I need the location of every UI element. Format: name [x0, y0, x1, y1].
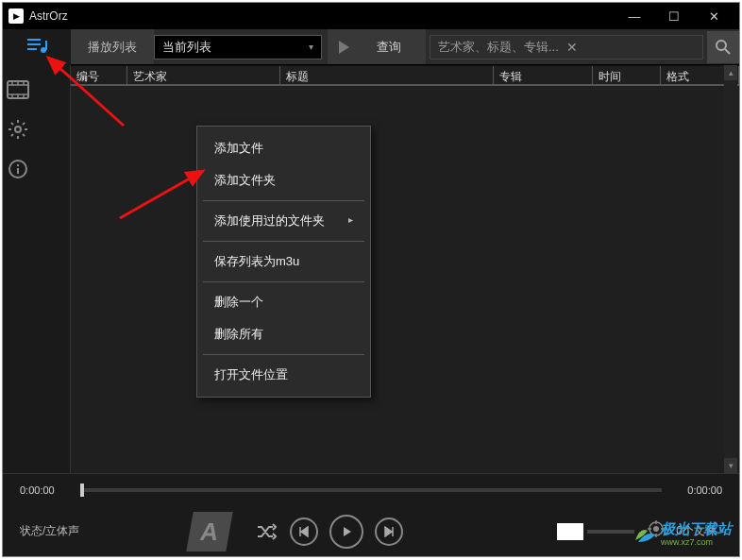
- playlist-icon[interactable]: [22, 32, 52, 62]
- video-icon[interactable]: [3, 75, 33, 105]
- query-button[interactable]: 查询: [356, 39, 422, 56]
- info-icon[interactable]: [3, 154, 33, 184]
- scroll-track[interactable]: [724, 80, 737, 458]
- time-elapsed: 0:00:00: [20, 484, 71, 496]
- player-bar: 0:00:00 0:00:00 状态/立体声 A: [3, 473, 739, 556]
- maximize-button[interactable]: ☐: [654, 3, 694, 29]
- menu-separator: [203, 241, 364, 242]
- volume-slider[interactable]: [587, 530, 634, 534]
- menu-add-folder[interactable]: 添加文件夹: [197, 164, 370, 196]
- col-title[interactable]: 标题: [280, 66, 494, 86]
- play-button[interactable]: [331, 35, 356, 59]
- search-button[interactable]: [707, 31, 739, 63]
- volume-indicator: [557, 523, 583, 540]
- playlist-dropdown[interactable]: 当前列表: [154, 35, 322, 59]
- app-window: AstrOrz — ☐ ✕ 播放列表 当前列表 查询 艺术家、标题、专辑...: [2, 2, 740, 557]
- menu-add-used-folder[interactable]: 添加使用过的文件夹: [197, 205, 370, 237]
- main-area: 编号 艺术家 标题 专辑 时间 格式: [3, 65, 739, 473]
- app-title: AstrOrz: [29, 9, 615, 23]
- menu-separator: [203, 200, 364, 201]
- menu-open-location[interactable]: 打开文件位置: [197, 359, 370, 391]
- menu-delete-one[interactable]: 删除一个: [197, 286, 370, 318]
- minimize-button[interactable]: —: [615, 3, 654, 29]
- menu-separator: [203, 354, 364, 355]
- search-placeholder: 艺术家、标题、专辑...: [438, 39, 566, 56]
- app-icon: [8, 8, 24, 24]
- settings-icon[interactable]: [3, 114, 33, 144]
- time-total: 0:00:00: [671, 484, 722, 496]
- dropdown-value: 当前列表: [162, 39, 211, 56]
- close-button[interactable]: ✕: [694, 3, 734, 29]
- col-number[interactable]: 编号: [71, 66, 127, 86]
- previous-button[interactable]: [290, 518, 318, 546]
- svg-point-5: [17, 164, 19, 166]
- svg-point-3: [15, 127, 21, 132]
- playlist-label: 播放列表: [71, 29, 154, 64]
- logo-badge: A: [186, 512, 232, 552]
- menu-delete-all[interactable]: 删除所有: [197, 318, 370, 350]
- scroll-up-icon[interactable]: ▴: [724, 65, 737, 80]
- titlebar: AstrOrz — ☐ ✕: [3, 3, 739, 29]
- search-input[interactable]: 艺术家、标题、专辑... ✕: [430, 35, 703, 59]
- menu-separator: [203, 281, 364, 282]
- watermark-brand: 极光下载站: [661, 520, 732, 536]
- watermark-domain: www.xz7.com: [661, 538, 732, 547]
- col-album[interactable]: 专辑: [494, 66, 593, 86]
- table-body[interactable]: [71, 86, 739, 473]
- next-button[interactable]: [375, 518, 403, 546]
- vertical-scrollbar[interactable]: ▴ ▾: [724, 65, 737, 473]
- col-artist[interactable]: 艺术家: [127, 66, 280, 86]
- menu-save-m3u[interactable]: 保存列表为m3u: [197, 246, 370, 278]
- play-pause-button[interactable]: [329, 515, 363, 549]
- watermark: 极光下载站 www.xz7.com: [632, 520, 732, 547]
- svg-point-1: [717, 41, 726, 50]
- sidebar: [3, 65, 71, 473]
- menu-add-file[interactable]: 添加文件: [197, 132, 370, 164]
- toolbar: 播放列表 当前列表 查询 艺术家、标题、专辑... ✕: [71, 29, 739, 65]
- col-time[interactable]: 时间: [593, 66, 661, 86]
- shuffle-button[interactable]: [256, 523, 277, 540]
- seek-slider[interactable]: [80, 488, 662, 492]
- context-menu: 添加文件 添加文件夹 添加使用过的文件夹 保存列表为m3u 删除一个 删除所有 …: [196, 126, 371, 398]
- content-area: 编号 艺术家 标题 专辑 时间 格式: [71, 65, 739, 473]
- table-header: 编号 艺术家 标题 专辑 时间 格式: [71, 65, 739, 86]
- watermark-icon: [632, 521, 657, 546]
- seek-knob[interactable]: [80, 484, 84, 497]
- clear-search-icon[interactable]: ✕: [566, 40, 695, 55]
- status-text: 状态/立体声: [20, 523, 190, 539]
- scroll-down-icon[interactable]: ▾: [724, 458, 737, 473]
